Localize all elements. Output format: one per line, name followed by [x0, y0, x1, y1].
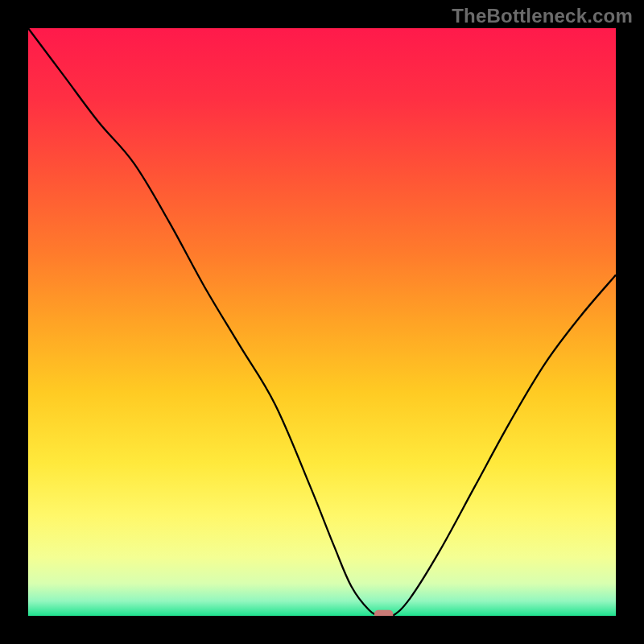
chart-svg	[28, 28, 616, 616]
watermark-text: TheBottleneck.com	[452, 5, 633, 27]
optimal-marker	[374, 610, 393, 616]
background-gradient	[28, 28, 616, 616]
chart-plot-area	[28, 28, 616, 616]
chart-frame: TheBottleneck.com	[0, 0, 644, 644]
